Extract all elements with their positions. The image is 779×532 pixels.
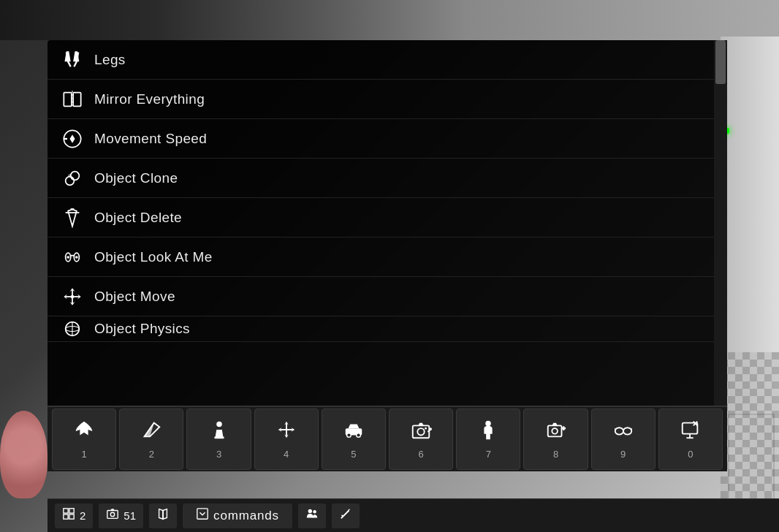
svg-point-55 xyxy=(313,510,316,514)
svg-rect-46 xyxy=(64,509,68,513)
svg-point-34 xyxy=(552,428,558,434)
scrollbar-thumb[interactable] xyxy=(715,40,726,84)
character-hint xyxy=(0,411,48,498)
toolbar-btn-move-num: 4 xyxy=(284,449,289,460)
scrollbar[interactable] xyxy=(714,40,727,406)
svg-rect-50 xyxy=(107,511,118,519)
svg-point-32 xyxy=(486,421,492,427)
menu-item-mirror-everything[interactable]: Mirror Everything xyxy=(48,80,727,119)
toolbar-btn-fly-num: 1 xyxy=(81,449,86,460)
toolbar-btn-glasses[interactable]: 9 xyxy=(591,408,656,470)
status-commands[interactable]: commands xyxy=(183,503,292,528)
svg-rect-1 xyxy=(73,92,81,106)
menu-item-legs[interactable]: Legs xyxy=(48,40,727,80)
chess-icon xyxy=(208,419,230,446)
toolbar: 1234567890 xyxy=(48,406,727,471)
toolbar-btn-screen-x-num: 0 xyxy=(688,449,693,460)
status-book[interactable] xyxy=(149,503,177,528)
main-panel: LegsMirror EverythingMovement SpeedObjec… xyxy=(48,40,727,471)
floor-area xyxy=(721,352,779,498)
menu-item-object-look-at-me[interactable]: Object Look At Me xyxy=(48,238,727,277)
svg-rect-27 xyxy=(413,425,430,438)
movement-speed-icon xyxy=(62,129,83,149)
status-people[interactable] xyxy=(298,503,326,528)
photo-count-value: 51 xyxy=(123,509,136,522)
svg-point-37 xyxy=(615,428,623,434)
status-bar: 251commands xyxy=(48,498,779,532)
svg-point-31 xyxy=(429,428,432,430)
toolbar-btn-camera-add[interactable]: 8 xyxy=(523,408,588,470)
svg-point-26 xyxy=(357,433,361,438)
toolbar-btn-car-num: 5 xyxy=(351,449,356,460)
svg-rect-47 xyxy=(69,509,74,513)
command-menu-list: LegsMirror EverythingMovement SpeedObjec… xyxy=(48,40,727,406)
object-move-icon xyxy=(62,286,83,307)
svg-rect-33 xyxy=(547,425,561,436)
toolbar-btn-fly[interactable]: 1 xyxy=(52,408,116,470)
toolbar-btn-person[interactable]: 7 xyxy=(456,408,520,470)
toolbar-btn-camera-obj[interactable]: 6 xyxy=(389,408,453,470)
object-delete-label: Object Delete xyxy=(94,210,182,226)
svg-point-29 xyxy=(425,428,427,430)
menu-item-object-delete[interactable]: Object Delete xyxy=(48,198,727,238)
toolbar-btn-erase-num: 2 xyxy=(149,449,154,460)
camera-add-icon xyxy=(545,419,567,446)
commands-icon xyxy=(196,507,209,524)
screen-x-icon xyxy=(680,419,702,446)
erase-icon xyxy=(140,419,162,446)
status-photo-count[interactable]: 51 xyxy=(99,503,143,528)
svg-rect-23 xyxy=(280,429,292,430)
build-count-value: 2 xyxy=(80,509,86,522)
svg-point-10 xyxy=(66,256,69,259)
svg-rect-0 xyxy=(64,92,72,106)
menu-item-object-physics[interactable]: Object Physics xyxy=(48,316,727,342)
toolbar-btn-chess[interactable]: 3 xyxy=(186,408,251,470)
object-clone-icon xyxy=(62,168,83,189)
object-look-at-me-label: Object Look At Me xyxy=(94,249,213,265)
move-icon xyxy=(276,419,297,446)
camera-obj-icon xyxy=(410,419,432,446)
svg-point-25 xyxy=(347,433,352,438)
movement-speed-label: Movement Speed xyxy=(94,131,207,147)
toolbar-btn-screen-x[interactable]: 0 xyxy=(658,408,723,470)
mirror-everything-icon xyxy=(62,89,83,110)
status-build-count[interactable]: 2 xyxy=(55,503,93,528)
sword-icon xyxy=(339,507,352,524)
svg-point-51 xyxy=(111,512,115,516)
svg-point-4 xyxy=(66,176,75,185)
svg-point-38 xyxy=(623,428,631,434)
svg-rect-53 xyxy=(197,509,208,519)
svg-point-12 xyxy=(75,256,78,259)
car-icon xyxy=(343,419,365,446)
svg-line-56 xyxy=(341,511,349,519)
toolbar-btn-person-num: 7 xyxy=(486,449,491,460)
object-delete-icon xyxy=(62,208,83,228)
toolbar-btn-chess-num: 3 xyxy=(216,449,221,460)
svg-point-20 xyxy=(216,422,222,428)
fly-icon xyxy=(73,419,95,446)
menu-item-movement-speed[interactable]: Movement Speed xyxy=(48,119,727,159)
menu-item-object-move[interactable]: Object Move xyxy=(48,277,727,316)
photo-count-icon xyxy=(106,507,119,524)
svg-point-6 xyxy=(68,174,72,178)
commands-value: commands xyxy=(213,509,279,523)
legs-label: Legs xyxy=(94,52,126,68)
svg-point-5 xyxy=(71,171,80,180)
svg-point-28 xyxy=(417,428,424,435)
object-look-at-me-icon xyxy=(62,247,83,267)
object-physics-label: Object Physics xyxy=(94,321,190,337)
toolbar-btn-camera-add-num: 8 xyxy=(553,449,558,460)
build-count-icon xyxy=(62,507,75,524)
status-sword[interactable] xyxy=(332,503,360,528)
toolbar-btn-erase[interactable]: 2 xyxy=(119,408,183,470)
object-move-label: Object Move xyxy=(94,289,175,305)
people-icon xyxy=(305,507,319,524)
toolbar-btn-move[interactable]: 4 xyxy=(254,408,319,470)
toolbar-btn-car[interactable]: 5 xyxy=(322,408,386,470)
menu-item-object-clone[interactable]: Object Clone xyxy=(48,159,727,198)
svg-line-57 xyxy=(342,515,343,517)
mirror-everything-label: Mirror Everything xyxy=(94,91,205,107)
book-icon xyxy=(156,507,170,524)
toolbar-btn-glasses-num: 9 xyxy=(620,449,626,460)
svg-rect-48 xyxy=(64,514,68,519)
